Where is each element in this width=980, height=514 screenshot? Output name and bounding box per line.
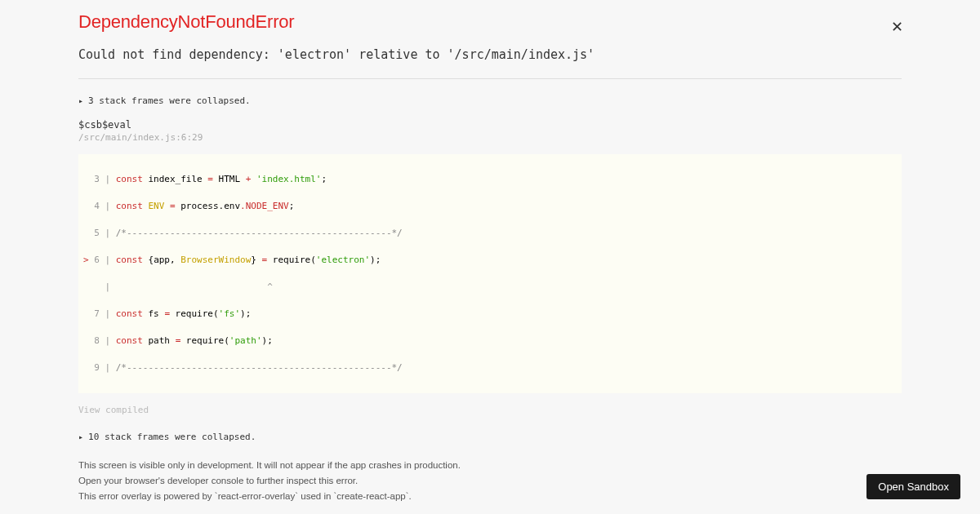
frame-label: $csb$eval (78, 119, 902, 131)
error-title: DependencyNotFoundError (78, 11, 902, 33)
error-message: Could not find dependency: 'electron' re… (78, 47, 902, 62)
code-block: 3 | const index_file = HTML + 'index.htm… (78, 154, 902, 393)
close-icon[interactable]: ✕ (891, 20, 903, 34)
view-compiled-link[interactable]: View compiled (78, 405, 902, 415)
collapsed-frames-top[interactable]: 3 stack frames were collapsed. (78, 95, 902, 106)
footer-line: Open your browser's developer console to… (78, 474, 902, 488)
footer-line: This screen is visible only in developme… (78, 459, 902, 472)
open-sandbox-button[interactable]: Open Sandbox (866, 474, 960, 499)
frame-location: /src/main/index.js:6:29 (78, 132, 902, 143)
footer-line: This error overlay is powered by `react-… (78, 490, 902, 503)
footer-text: This screen is visible only in developme… (78, 459, 902, 504)
divider (78, 78, 902, 79)
collapsed-frames-bottom[interactable]: 10 stack frames were collapsed. (78, 432, 902, 442)
